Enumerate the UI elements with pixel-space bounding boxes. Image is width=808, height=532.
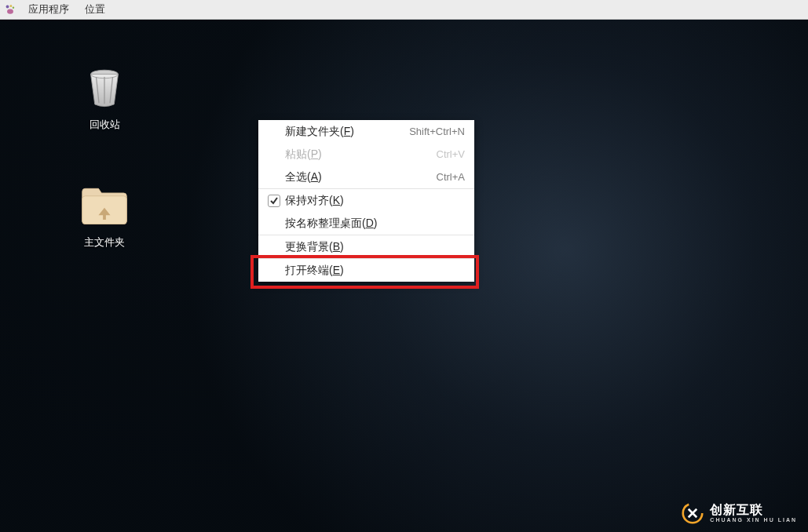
menubar: 应用程序 位置	[0, 0, 808, 20]
svg-point-1	[9, 5, 12, 7]
svg-point-2	[13, 7, 14, 9]
svg-point-3	[7, 9, 13, 14]
menu-change-background-label: 更换背景(B)	[285, 240, 344, 254]
menu-select-all-label: 全选(A)	[285, 170, 322, 184]
watermark-main: 创新互联	[710, 504, 797, 517]
menu-select-all[interactable]: 全选(A) Ctrl+A	[258, 166, 474, 188]
folder-icon	[79, 180, 130, 231]
watermark-sub: CHUANG XIN HU LIAN	[710, 517, 797, 523]
menu-change-background[interactable]: 更换背景(B)	[258, 235, 474, 258]
menu-organize-by-name[interactable]: 按名称整理桌面(D)	[258, 212, 474, 235]
menu-new-folder[interactable]: 新建文件夹(F) Shift+Ctrl+N	[258, 120, 474, 143]
desktop[interactable]: 回收站 主文件夹 新建文件夹(F) Shift+Ctrl+N 粘贴(P)	[0, 20, 808, 532]
menu-paste: 粘贴(P) Ctrl+V	[258, 143, 474, 166]
menu-keep-aligned[interactable]: 保持对齐(K)	[258, 189, 474, 212]
menu-new-folder-label: 新建文件夹(F)	[285, 125, 354, 139]
svg-point-0	[6, 5, 9, 9]
menu-keep-aligned-label: 保持对齐(K)	[285, 194, 344, 208]
trash-icon-block[interactable]: 回收站	[69, 63, 140, 132]
desktop-context-menu: 新建文件夹(F) Shift+Ctrl+N 粘贴(P) Ctrl+V 全选(A)…	[258, 120, 474, 282]
menu-paste-shortcut: Ctrl+V	[437, 148, 465, 160]
menu-open-terminal-label: 打开终端(E)	[285, 264, 344, 278]
home-folder-label: 主文件夹	[69, 235, 140, 250]
places-menu[interactable]: 位置	[77, 0, 113, 19]
menu-organize-by-name-label: 按名称整理桌面(D)	[285, 217, 377, 231]
apps-menu[interactable]: 应用程序	[20, 0, 77, 19]
gnome-foot-icon	[5, 4, 16, 15]
home-folder-icon-block[interactable]: 主文件夹	[69, 180, 140, 250]
trash-icon	[79, 63, 130, 113]
watermark-logo-icon	[682, 502, 704, 524]
checkbox-checked-icon	[268, 195, 280, 207]
watermark: 创新互联 CHUANG XIN HU LIAN	[682, 502, 797, 524]
menu-new-folder-shortcut: Shift+Ctrl+N	[409, 126, 465, 137]
trash-label: 回收站	[69, 118, 140, 132]
menu-open-terminal[interactable]: 打开终端(E)	[258, 259, 474, 282]
menu-select-all-shortcut: Ctrl+A	[437, 171, 465, 183]
menu-paste-label: 粘贴(P)	[285, 148, 322, 162]
